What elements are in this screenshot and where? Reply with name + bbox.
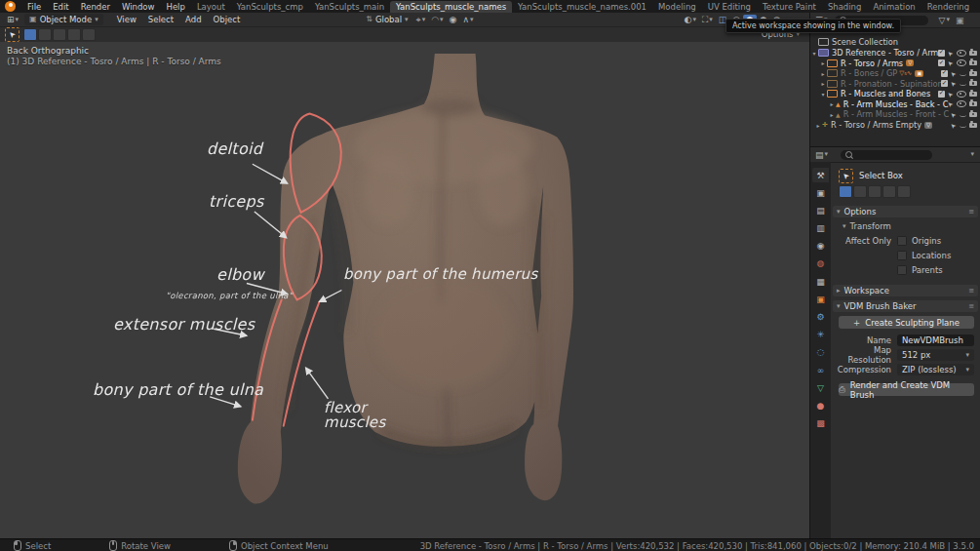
disclosure-icon[interactable]: ▸ xyxy=(828,111,836,118)
tab-render[interactable]: ▣ xyxy=(812,185,829,200)
select-mode-intersect-button[interactable] xyxy=(897,185,911,198)
camera-icon[interactable] xyxy=(969,71,977,76)
panel-menu-icon[interactable]: ≡ xyxy=(968,287,974,295)
selectable-icon[interactable]: ➤ xyxy=(950,120,959,129)
camera-icon[interactable] xyxy=(969,123,977,128)
camera-icon[interactable] xyxy=(969,51,977,56)
select-mode-invert-button[interactable] xyxy=(882,185,896,198)
name-input[interactable]: NewVDMBrush xyxy=(897,335,974,346)
filter-icon[interactable]: ▽▾ xyxy=(936,16,953,25)
chevron-down-icon[interactable]: ▾ xyxy=(970,151,974,158)
options-panel-header[interactable]: ▾ Options ≡ xyxy=(833,206,978,217)
camera-icon[interactable] xyxy=(969,112,977,117)
snap-magnet-icon[interactable]: ◠▾ xyxy=(428,15,446,24)
compression-dropdown[interactable]: ZIP (lossless) ▾ xyxy=(897,364,974,375)
tab-output[interactable]: ▤ xyxy=(812,203,829,217)
viewport-canvas[interactable]: Back Orthographic (1) 3D Reference - Tos… xyxy=(0,42,809,538)
eye-closed-icon[interactable] xyxy=(960,71,966,76)
tab-scene[interactable]: ◉ xyxy=(812,239,829,254)
select-mode-extend-button[interactable] xyxy=(853,185,867,198)
outliner-row-scene-collection[interactable]: Scene Collection xyxy=(810,37,980,47)
select-mode-extend-button[interactable] xyxy=(38,28,52,41)
editor-type-icon[interactable]: ▤▾ xyxy=(812,150,831,160)
selectable-icon[interactable]: ➤ xyxy=(947,89,956,98)
workspace-tab-layout[interactable]: Layout xyxy=(191,1,231,13)
selectable-icon[interactable]: ➤ xyxy=(947,48,956,57)
exclude-checkbox[interactable] xyxy=(938,59,945,66)
disclosure-icon[interactable]: ▾ xyxy=(819,91,827,98)
workspace-tab-uv-editing[interactable]: UV Editing xyxy=(702,1,757,13)
outliner-row-torso-arms-empty[interactable]: ▸ ✛ R - Torso / Arms Empty ▽ ➤ xyxy=(810,120,980,130)
tab-collection[interactable]: ▦ xyxy=(812,274,829,289)
menu-file[interactable]: File xyxy=(21,2,47,12)
workspace-tab-animation[interactable]: Animation xyxy=(867,1,921,13)
panel-menu-icon[interactable]: ≡ xyxy=(968,302,974,310)
outliner-row-bones-gp[interactable]: ▸ R - Bones / GP ▽₅∿ ▣ ➤ xyxy=(810,68,980,78)
menu-object[interactable]: Object xyxy=(208,15,247,24)
outliner-row-pronation[interactable]: ▸ R - Pronation - Supination ➤ xyxy=(810,79,980,89)
outliner-row-3d-reference[interactable]: ▾ 3D Reference - Tosro / Arms ➤ xyxy=(810,48,980,58)
menu-add[interactable]: Add xyxy=(179,15,207,24)
tab-particles[interactable]: ✳ xyxy=(812,328,829,342)
workspace-tab-texture-paint[interactable]: Texture Paint xyxy=(757,1,822,13)
create-sculpting-plane-button[interactable]: + Create Sculpting Plane xyxy=(839,316,974,329)
select-mode-new-button[interactable] xyxy=(23,28,37,41)
tab-object-data[interactable]: ▽ xyxy=(812,380,829,395)
camera-icon[interactable] xyxy=(969,81,977,86)
menu-window[interactable]: Window xyxy=(116,2,161,12)
select-mode-subtract-button[interactable] xyxy=(868,185,882,198)
tab-constraints[interactable]: ∞ xyxy=(812,363,829,377)
disclosure-icon[interactable]: ▸ xyxy=(814,122,822,129)
falloff-icon[interactable]: ∧▾ xyxy=(459,15,476,24)
outliner-row-muscles-bones[interactable]: ▾ R - Muscles and Bones ➤ xyxy=(810,89,980,98)
tab-world[interactable]: ◍ xyxy=(812,256,829,271)
select-mode-subtract-button[interactable] xyxy=(53,28,66,41)
orientation-dropdown[interactable]: ⇅ Global ▾ xyxy=(361,14,412,25)
tab-texture[interactable]: ▩ xyxy=(812,416,829,431)
selectable-icon[interactable]: ➤ xyxy=(950,79,959,88)
select-mode-invert-button[interactable] xyxy=(67,28,81,41)
select-mode-new-button[interactable] xyxy=(839,185,852,198)
disclosure-icon[interactable]: ▸ xyxy=(828,100,836,107)
active-tool-select-box-icon[interactable]: ➤ xyxy=(5,27,20,42)
select-mode-intersect-button[interactable] xyxy=(82,28,96,41)
selectable-icon[interactable]: ➤ xyxy=(947,59,956,67)
workspace-panel-header[interactable]: ▸ Workspace ≡ xyxy=(833,285,978,296)
panel-menu-icon[interactable]: ≡ xyxy=(968,208,974,216)
camera-icon[interactable] xyxy=(969,101,977,106)
eye-icon[interactable] xyxy=(957,100,966,107)
eye-icon[interactable] xyxy=(957,59,966,66)
disclosure-icon[interactable]: ▸ xyxy=(819,80,827,87)
exclude-checkbox[interactable] xyxy=(938,50,945,57)
properties-search-input[interactable] xyxy=(841,150,932,160)
parents-checkbox[interactable] xyxy=(897,265,907,275)
render-vdm-brush-button[interactable]: ⎙ Render and Create VDM Brush xyxy=(839,383,974,396)
mode-dropdown[interactable]: ▣ Object Mode ▾ xyxy=(24,14,103,25)
disclosure-icon[interactable]: ▸ xyxy=(819,70,827,77)
disclosure-icon[interactable]: ▾ xyxy=(810,50,818,57)
selectable-icon[interactable]: ➤ xyxy=(950,68,959,77)
workspace-tab-yansculpts-cmp[interactable]: YanSculpts_cmp xyxy=(231,1,309,13)
workspace-tab-compositing[interactable]: Compositing xyxy=(975,1,980,13)
tab-modifiers[interactable]: ⚙ xyxy=(812,310,829,325)
tab-view-layer[interactable]: ▥ xyxy=(812,221,829,236)
selectable-icon[interactable]: ➤ xyxy=(947,99,956,108)
gizmos-icon[interactable]: ◐▾ xyxy=(682,15,699,24)
viewport-3d[interactable]: ⊞▾ ▣ Object Mode ▾ View Select Add Objec… xyxy=(0,13,809,538)
eye-closed-icon[interactable] xyxy=(960,81,966,86)
eye-icon[interactable] xyxy=(957,91,966,98)
camera-icon[interactable] xyxy=(969,60,977,65)
outliner-row-arm-muscles-back[interactable]: ▸ ▲ R - Arm Muscles - Back - C ➤ xyxy=(810,99,980,109)
workspace-tab-yansculpts-muscle-names[interactable]: YanSculpts_muscle_names xyxy=(390,1,512,13)
transform-subpanel-header[interactable]: ▾ Transform xyxy=(843,220,974,232)
origins-checkbox[interactable] xyxy=(897,236,907,246)
overlays-icon[interactable]: ⛶▾ xyxy=(699,15,716,25)
exclude-checkbox[interactable] xyxy=(941,80,948,87)
eye-closed-icon[interactable] xyxy=(960,112,966,117)
outliner-row-torso-arms[interactable]: ▸ R - Torso / Arms ▽ ➤ xyxy=(810,59,980,68)
pivot-point-icon[interactable]: ⌖▾ xyxy=(413,15,429,25)
vdm-panel-header[interactable]: ▾ VDM Brush Baker ≡ xyxy=(833,300,978,312)
disclosure-icon[interactable]: ▸ xyxy=(819,59,827,66)
editor-type-icon[interactable]: ⊞▾ xyxy=(4,15,21,24)
menu-view[interactable]: View xyxy=(111,15,142,24)
